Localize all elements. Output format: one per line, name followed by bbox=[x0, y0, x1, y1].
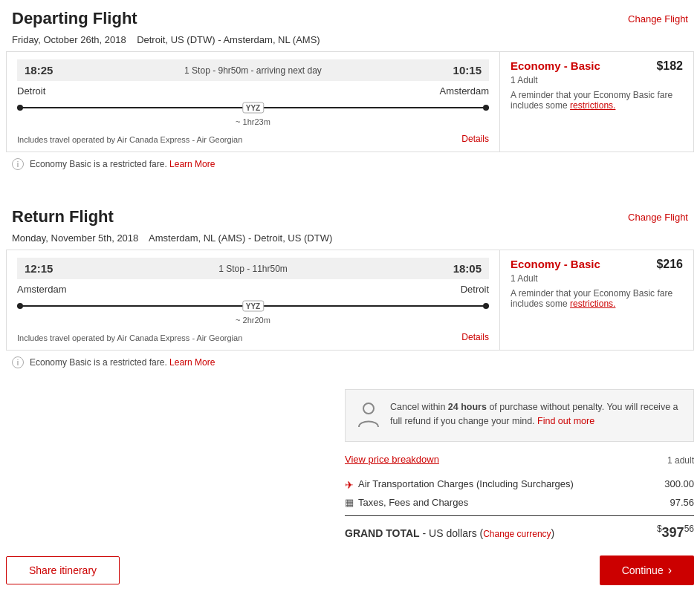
return-flight-left: 12:15 1 Stop - 11hr50m 18:05 Amsterdam D… bbox=[7, 250, 500, 350]
adults-label: 1 adult bbox=[667, 455, 694, 466]
departing-title: Departing Flight bbox=[12, 9, 137, 28]
return-stop-info: 1 Stop - 11hr50m bbox=[218, 264, 288, 274]
departing-info-text: Economy Basic is a restricted fare. bbox=[30, 159, 167, 169]
taxes-label: ▦ Taxes, Fees and Charges bbox=[345, 497, 649, 508]
return-route-date: Monday, November 5th, 2018 Amsterdam, NL… bbox=[0, 231, 700, 250]
plane-icon: ✈ bbox=[345, 479, 354, 491]
air-transport-value: 300.00 bbox=[649, 478, 694, 489]
return-city-row: Amsterdam Detroit bbox=[17, 284, 489, 295]
cancel-text: Cancel within 24 hours of purchase witho… bbox=[390, 400, 681, 429]
departing-city-row: Detroit Amsterdam bbox=[17, 85, 489, 97]
departing-flight-left: 18:25 1 Stop - 9hr50m - arriving next da… bbox=[7, 52, 500, 152]
find-out-more-link[interactable]: Find out more bbox=[537, 416, 594, 426]
return-timeline: YYZ bbox=[17, 298, 489, 314]
return-header: Return Flight Change Flight bbox=[0, 198, 700, 231]
departing-header: Departing Flight Change Flight bbox=[0, 0, 700, 33]
departing-fare-reminder: A reminder that your Economy Basic fare … bbox=[511, 90, 683, 111]
departing-fare-price: $182 bbox=[656, 59, 683, 73]
departing-timeline-dot-right bbox=[483, 105, 489, 111]
grand-total-row: GRAND TOTAL - US dollars (Change currenc… bbox=[345, 521, 694, 544]
return-details-link[interactable]: Details bbox=[461, 332, 489, 342]
return-layover: ~ 2hr20m bbox=[17, 316, 489, 325]
return-fare-price: $216 bbox=[656, 258, 683, 271]
return-city-from: Amsterdam bbox=[17, 284, 66, 295]
departing-layover: ~ 1hr23m bbox=[17, 117, 489, 126]
return-info-bar: i Economy Basic is a restricted fare. Le… bbox=[0, 351, 700, 374]
price-divider bbox=[345, 515, 694, 516]
departing-depart-time: 18:25 bbox=[25, 64, 53, 76]
departing-city-from: Detroit bbox=[17, 85, 45, 97]
price-table: View price breakdown 1 adult ✈ Air Trans… bbox=[345, 454, 694, 544]
return-stop-badge: YYZ bbox=[242, 301, 264, 312]
departing-info-bar: i Economy Basic is a restricted fare. Le… bbox=[0, 152, 700, 176]
grand-total-cents: 56 bbox=[684, 524, 694, 534]
departing-stop-info: 1 Stop - 9hr50m - arriving next day bbox=[184, 65, 322, 76]
return-fare-adults: 1 Adult bbox=[511, 273, 683, 284]
change-currency-link[interactable]: Change currency bbox=[483, 529, 551, 539]
departing-timeline-dot-left bbox=[17, 105, 23, 111]
currency-symbol: $ bbox=[657, 524, 662, 534]
return-restrictions-link[interactable]: restrictions. bbox=[570, 299, 615, 309]
taxes-value: 97.56 bbox=[649, 497, 694, 508]
departing-operated-row: Includes travel operated by Air Canada E… bbox=[17, 131, 489, 144]
return-fare-panel: Economy - Basic $216 1 Adult A reminder … bbox=[500, 250, 693, 350]
departing-timeline: YYZ bbox=[17, 100, 489, 116]
return-route: Amsterdam, NL (AMS) - Detroit, US (DTW) bbox=[149, 232, 332, 244]
return-fare-type: Economy - Basic bbox=[511, 258, 600, 270]
return-times-row: 12:15 1 Stop - 11hr50m 18:05 bbox=[17, 258, 489, 279]
continue-button[interactable]: Continue › bbox=[600, 556, 694, 585]
chevron-right-icon: › bbox=[668, 564, 672, 577]
return-city-to: Detroit bbox=[461, 284, 489, 295]
departing-operated-by: Includes travel operated by Air Canada E… bbox=[17, 135, 242, 144]
departing-stop-badge: YYZ bbox=[242, 102, 264, 114]
departing-section: Departing Flight Change Flight Friday, O… bbox=[0, 0, 700, 176]
price-section: Cancel within 24 hours of purchase witho… bbox=[6, 389, 694, 544]
grand-total-label-area: GRAND TOTAL - US dollars (Change currenc… bbox=[345, 527, 554, 539]
departing-details-link[interactable]: Details bbox=[461, 134, 489, 144]
view-price-breakdown-link[interactable]: View price breakdown bbox=[345, 454, 439, 465]
departing-learn-more-link[interactable]: Learn More bbox=[169, 159, 215, 169]
departing-info-icon: i bbox=[12, 158, 24, 170]
return-timeline-dot-right bbox=[483, 303, 489, 309]
return-flight-card: 12:15 1 Stop - 11hr50m 18:05 Amsterdam D… bbox=[6, 250, 694, 351]
receipt-icon: ▦ bbox=[345, 497, 354, 508]
grand-total-currency-label: - US dollars (Change currency) bbox=[422, 527, 554, 539]
return-operated-row: Includes travel operated by Air Canada E… bbox=[17, 329, 489, 342]
departing-flight-card: 18:25 1 Stop - 9hr50m - arriving next da… bbox=[6, 51, 694, 152]
return-info-icon: i bbox=[12, 356, 24, 368]
departing-times-row: 18:25 1 Stop - 9hr50m - arriving next da… bbox=[17, 59, 489, 81]
return-fare-header-row: Economy - Basic $216 bbox=[511, 258, 683, 273]
return-depart-time: 12:15 bbox=[25, 262, 53, 275]
air-transport-row: ✈ Air Transportation Charges (Including … bbox=[345, 475, 694, 494]
departing-date: Friday, October 26th, 2018 bbox=[12, 34, 126, 45]
return-operated-by: Includes travel operated by Air Canada E… bbox=[17, 333, 242, 342]
share-itinerary-button[interactable]: Share itinerary bbox=[6, 556, 120, 584]
cancel-box: Cancel within 24 hours of purchase witho… bbox=[345, 389, 694, 442]
person-icon bbox=[357, 402, 380, 431]
grand-total-price: $39756 bbox=[657, 524, 694, 541]
taxes-row: ▦ Taxes, Fees and Charges 97.56 bbox=[345, 494, 694, 511]
air-transport-label: ✈ Air Transportation Charges (Including … bbox=[345, 478, 649, 491]
return-section: Return Flight Change Flight Monday, Nove… bbox=[0, 198, 700, 374]
return-info-text: Economy Basic is a restricted fare. bbox=[30, 357, 167, 368]
departing-fare-panel: Economy - Basic $182 1 Adult A reminder … bbox=[500, 52, 693, 152]
return-fare-reminder: A reminder that your Economy Basic fare … bbox=[511, 288, 683, 309]
section-divider bbox=[0, 176, 700, 198]
departing-fare-adults: 1 Adult bbox=[511, 75, 683, 85]
return-learn-more-link[interactable]: Learn More bbox=[169, 357, 215, 368]
departing-fare-header-row: Economy - Basic $182 bbox=[511, 59, 683, 75]
departing-arrive-time: 10:15 bbox=[453, 64, 482, 76]
return-title: Return Flight bbox=[12, 207, 114, 227]
departing-change-flight-link[interactable]: Change Flight bbox=[628, 13, 688, 25]
departing-route-date: Friday, October 26th, 2018 Detroit, US (… bbox=[0, 33, 700, 51]
return-change-flight-link[interactable]: Change Flight bbox=[628, 212, 688, 223]
departing-restrictions-link[interactable]: restrictions. bbox=[570, 100, 615, 111]
return-date: Monday, November 5th, 2018 bbox=[12, 232, 138, 244]
return-arrive-time: 18:05 bbox=[453, 262, 482, 275]
action-row: Share itinerary Continue › bbox=[0, 556, 700, 600]
svg-point-0 bbox=[363, 403, 374, 414]
departing-route: Detroit, US (DTW) - Amsterdam, NL (AMS) bbox=[137, 34, 320, 45]
departing-fare-type: Economy - Basic bbox=[511, 59, 600, 72]
departing-city-to: Amsterdam bbox=[440, 85, 489, 97]
return-timeline-dot-left bbox=[17, 303, 23, 309]
